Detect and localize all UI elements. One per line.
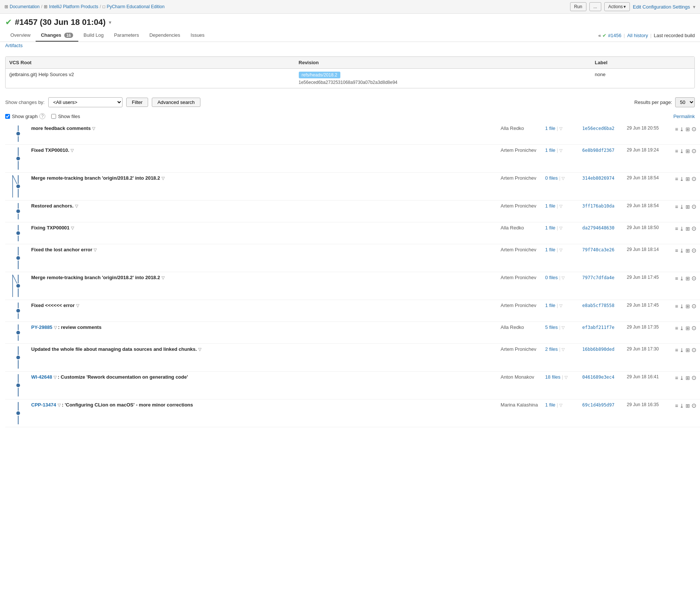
- files-link[interactable]: 0 files: [545, 275, 558, 280]
- github-icon[interactable]: ⊙: [691, 125, 696, 133]
- hash-link[interactable]: 69c1d4b95d97: [582, 402, 615, 408]
- patch-icon[interactable]: ⤓: [680, 347, 684, 353]
- files-dropdown[interactable]: ▽: [565, 375, 567, 379]
- tab-changes[interactable]: Changes 16: [36, 29, 78, 42]
- breadcrumb-intellij[interactable]: IntelliJ Platform Products: [49, 4, 98, 9]
- chevron-icon[interactable]: ▽: [54, 325, 57, 330]
- show-graph-label[interactable]: Show graph ?: [5, 113, 45, 119]
- files-dropdown[interactable]: ▽: [559, 226, 562, 230]
- changes-icon[interactable]: ⊞: [686, 303, 690, 309]
- files-link[interactable]: 18 files: [545, 374, 560, 380]
- dropdown-icon[interactable]: ▽: [198, 347, 201, 352]
- github-icon[interactable]: ⊙: [691, 203, 696, 210]
- github-icon[interactable]: ⊙: [691, 346, 696, 353]
- files-dropdown[interactable]: ▽: [559, 248, 562, 252]
- files-link[interactable]: 2 files: [545, 346, 558, 352]
- permalink-link[interactable]: Permalink: [673, 114, 695, 119]
- dropdown-icon[interactable]: ▽: [71, 148, 73, 153]
- files-link[interactable]: 1 file: [545, 225, 555, 231]
- changes-icon[interactable]: ⊞: [686, 275, 690, 281]
- hash-link[interactable]: 16bb6b890ded: [582, 347, 615, 352]
- show-files-label[interactable]: Show files: [51, 114, 80, 119]
- github-icon[interactable]: ⊙: [691, 324, 696, 332]
- diff-icon[interactable]: ≡: [675, 248, 678, 254]
- changes-icon[interactable]: ⊞: [686, 248, 690, 254]
- patch-icon[interactable]: ⤓: [680, 126, 684, 132]
- patch-icon[interactable]: ⤓: [680, 226, 684, 232]
- edit-config-link[interactable]: Edit Configuration Settings: [633, 4, 690, 10]
- dropdown-icon[interactable]: ▽: [94, 248, 97, 252]
- patch-icon[interactable]: ⤓: [680, 275, 684, 281]
- revision-badge[interactable]: refs/heads/2018.2: [299, 72, 340, 78]
- patch-icon[interactable]: ⤓: [680, 375, 684, 381]
- show-files-checkbox[interactable]: [51, 114, 56, 119]
- files-dropdown[interactable]: ▽: [559, 126, 562, 131]
- files-dropdown[interactable]: ▽: [559, 148, 562, 153]
- diff-icon[interactable]: ≡: [675, 126, 678, 132]
- change-issue-link[interactable]: WI-42648: [31, 374, 52, 380]
- diff-icon[interactable]: ≡: [675, 275, 678, 281]
- breadcrumb-pycharm[interactable]: PyCharm Educational Edition: [107, 4, 164, 9]
- diff-icon[interactable]: ≡: [675, 347, 678, 353]
- github-icon[interactable]: ⊙: [691, 147, 696, 154]
- show-graph-checkbox[interactable]: [5, 114, 10, 119]
- dropdown-icon[interactable]: ▽: [76, 303, 79, 308]
- more-button[interactable]: ...: [589, 2, 601, 11]
- tab-dependencies[interactable]: Dependencies: [144, 29, 185, 42]
- diff-icon[interactable]: ≡: [675, 226, 678, 232]
- changes-icon[interactable]: ⊞: [686, 325, 690, 331]
- prev-build-link[interactable]: #1456: [608, 33, 621, 38]
- hash-link[interactable]: 1e56eced6ba2: [582, 126, 615, 131]
- tab-parameters[interactable]: Parameters: [109, 29, 144, 42]
- hash-link[interactable]: da2794648630: [582, 225, 615, 231]
- change-issue-link[interactable]: PY-29885: [31, 324, 52, 330]
- chevron-icon[interactable]: ▽: [58, 403, 60, 407]
- change-issue-link[interactable]: CPP-13474: [31, 402, 56, 408]
- diff-icon[interactable]: ≡: [675, 325, 678, 331]
- hash-link[interactable]: ef3abf211f7e: [582, 325, 615, 330]
- diff-icon[interactable]: ≡: [675, 176, 678, 182]
- files-link[interactable]: 1 file: [545, 147, 555, 153]
- breadcrumb-documentation[interactable]: Documentation: [10, 4, 40, 9]
- actions-button[interactable]: Actions ▾: [604, 2, 630, 11]
- title-dropdown-arrow[interactable]: ▾: [109, 19, 111, 25]
- hash-link[interactable]: 6e8b98df2367: [582, 148, 615, 153]
- github-icon[interactable]: ⊙: [691, 275, 696, 282]
- files-link[interactable]: 1 file: [545, 402, 555, 408]
- github-icon[interactable]: ⊙: [691, 303, 696, 310]
- dropdown-icon[interactable]: ▽: [75, 204, 78, 208]
- artifacts-link[interactable]: Artifacts: [5, 43, 23, 48]
- chevron-icon[interactable]: ▽: [53, 375, 56, 379]
- patch-icon[interactable]: ⤓: [680, 176, 684, 182]
- changes-icon[interactable]: ⊞: [686, 204, 690, 210]
- files-dropdown[interactable]: ▽: [559, 403, 562, 407]
- patch-icon[interactable]: ⤓: [680, 303, 684, 309]
- files-link[interactable]: 5 files: [545, 324, 558, 330]
- all-history-link[interactable]: All history: [627, 33, 648, 38]
- diff-icon[interactable]: ≡: [675, 303, 678, 309]
- changes-icon[interactable]: ⊞: [686, 176, 690, 182]
- changes-icon[interactable]: ⊞: [686, 347, 690, 353]
- files-dropdown[interactable]: ▽: [559, 204, 562, 208]
- hash-link[interactable]: 314eb8026974: [582, 176, 615, 181]
- patch-icon[interactable]: ⤓: [680, 403, 684, 409]
- github-icon[interactable]: ⊙: [691, 247, 696, 254]
- files-link[interactable]: 1 file: [545, 203, 555, 209]
- dropdown-icon[interactable]: ▽: [71, 226, 74, 230]
- diff-icon[interactable]: ≡: [675, 148, 678, 154]
- patch-icon[interactable]: ⤓: [680, 148, 684, 154]
- tab-issues[interactable]: Issues: [186, 29, 210, 42]
- diff-icon[interactable]: ≡: [675, 403, 678, 409]
- files-link[interactable]: 0 files: [545, 175, 558, 181]
- files-link[interactable]: 1 file: [545, 303, 555, 308]
- files-dropdown[interactable]: ▽: [562, 275, 565, 280]
- advanced-search-button[interactable]: Advanced search: [152, 98, 200, 107]
- dropdown-icon[interactable]: ▽: [92, 126, 95, 131]
- github-icon[interactable]: ⊙: [691, 175, 696, 182]
- hash-link[interactable]: 3ff176ab10da: [582, 203, 615, 209]
- diff-icon[interactable]: ≡: [675, 375, 678, 381]
- github-icon[interactable]: ⊙: [691, 225, 696, 232]
- changes-icon[interactable]: ⊞: [686, 226, 690, 232]
- hash-link[interactable]: e8ab5cf78558: [582, 303, 615, 308]
- files-dropdown[interactable]: ▽: [562, 325, 565, 330]
